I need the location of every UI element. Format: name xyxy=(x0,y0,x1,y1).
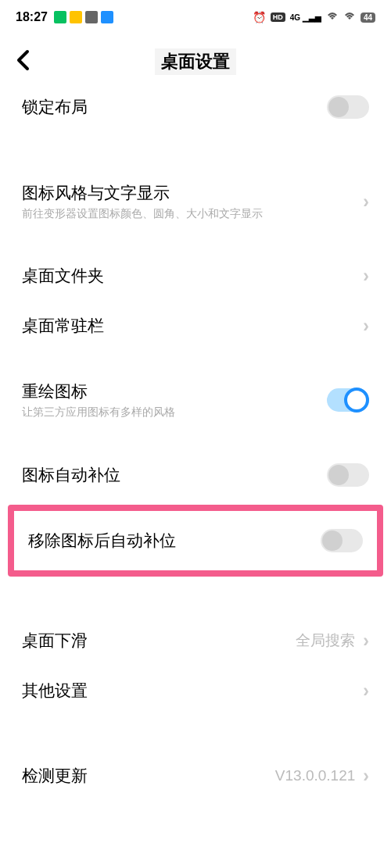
lock-layout-toggle[interactable] xyxy=(327,95,369,119)
desktop-folder-label: 桌面文件夹 xyxy=(22,265,363,287)
remove-auto-fill-toggle[interactable] xyxy=(321,529,363,552)
auto-fill-row[interactable]: 图标自动补位 xyxy=(0,449,391,501)
auto-fill-toggle[interactable] xyxy=(327,463,369,487)
wifi-icon-2 xyxy=(343,11,356,23)
swipe-down-label: 桌面下滑 xyxy=(22,630,296,652)
swipe-down-value: 全局搜索 xyxy=(296,630,355,651)
check-update-row[interactable]: 检测更新 V13.0.0.121 › xyxy=(0,751,391,801)
chevron-right-icon: › xyxy=(363,766,369,787)
alarm-icon: ⏰ xyxy=(253,11,266,23)
wifi-icon xyxy=(326,11,339,23)
wechat-icon xyxy=(54,11,66,23)
signal-icon: 4G ▁▃▅ xyxy=(290,13,321,22)
redraw-icon-toggle[interactable] xyxy=(327,388,369,412)
remove-auto-fill-label: 移除图标后自动补位 xyxy=(28,530,321,552)
content: 锁定布局 图标风格与文字显示 前往变形器设置图标颜色、圆角、大小和文字显示 › … xyxy=(0,89,391,809)
highlight-box: 移除图标后自动补位 xyxy=(8,505,383,577)
chevron-right-icon: › xyxy=(363,316,369,337)
alipay-icon xyxy=(85,11,98,23)
page-title: 桌面设置 xyxy=(155,48,236,75)
chevron-right-icon: › xyxy=(363,266,369,287)
desktop-folder-row[interactable]: 桌面文件夹 › xyxy=(0,251,391,301)
other-settings-label: 其他设置 xyxy=(22,680,363,702)
back-button[interactable] xyxy=(16,49,30,75)
status-left: 18:27 xyxy=(16,10,113,24)
redraw-icon-label: 重绘图标 xyxy=(22,380,327,402)
hd-icon: HD xyxy=(271,13,285,22)
redraw-icon-subtitle: 让第三方应用图标有多样的风格 xyxy=(22,405,327,420)
dock-bar-row[interactable]: 桌面常驻栏 › xyxy=(0,301,391,351)
dock-bar-label: 桌面常驻栏 xyxy=(22,315,363,337)
auto-fill-label: 图标自动补位 xyxy=(22,464,327,486)
chevron-right-icon: › xyxy=(363,680,369,702)
check-update-value: V13.0.0.121 xyxy=(275,767,355,784)
status-time: 18:27 xyxy=(16,10,48,24)
app-icon xyxy=(101,11,113,23)
icon-style-subtitle: 前往变形器设置图标颜色、圆角、大小和文字显示 xyxy=(22,207,363,221)
icon-style-row[interactable]: 图标风格与文字显示 前往变形器设置图标颜色、圆角、大小和文字显示 › xyxy=(0,168,391,235)
status-bar: 18:27 ⏰ HD 4G ▁▃▅ 44 xyxy=(0,0,391,34)
check-update-label: 检测更新 xyxy=(22,765,275,787)
remove-auto-fill-row[interactable]: 移除图标后自动补位 xyxy=(14,515,377,566)
icon-style-label: 图标风格与文字显示 xyxy=(22,182,363,204)
chevron-right-icon: › xyxy=(363,191,369,213)
lock-layout-label: 锁定布局 xyxy=(22,96,327,118)
chevron-right-icon: › xyxy=(363,630,369,652)
other-settings-row[interactable]: 其他设置 › xyxy=(0,666,391,716)
swipe-down-row[interactable]: 桌面下滑 全局搜索 › xyxy=(0,616,391,666)
meituan-icon xyxy=(70,11,82,23)
header: 桌面设置 xyxy=(0,34,391,89)
status-right: ⏰ HD 4G ▁▃▅ 44 xyxy=(253,11,375,23)
redraw-icon-row[interactable]: 重绘图标 让第三方应用图标有多样的风格 xyxy=(0,366,391,434)
app-icons xyxy=(54,11,113,23)
battery-icon: 44 xyxy=(361,13,375,23)
